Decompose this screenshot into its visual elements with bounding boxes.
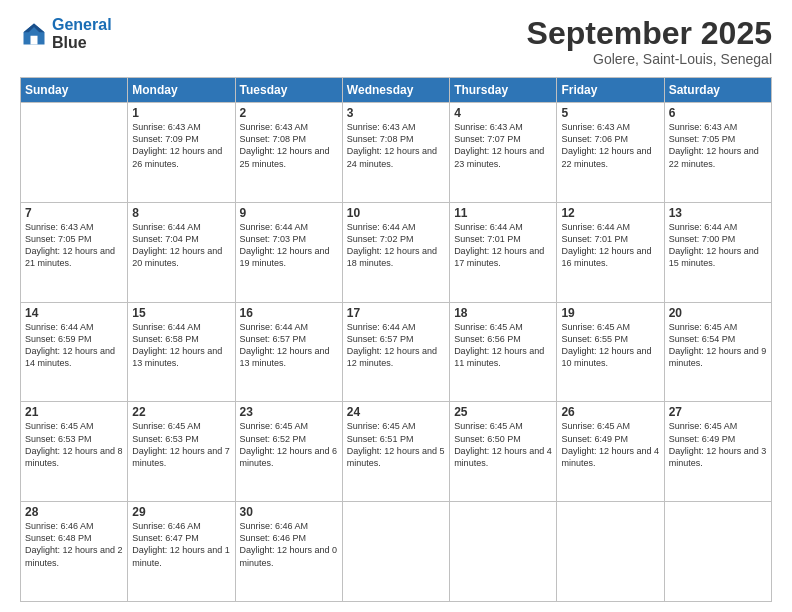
- day-number: 25: [454, 405, 552, 419]
- day-number: 29: [132, 505, 230, 519]
- day-detail: Sunrise: 6:44 AM Sunset: 6:57 PM Dayligh…: [240, 321, 338, 370]
- table-row: [450, 502, 557, 602]
- logo-line2: Blue: [52, 34, 112, 52]
- header: General Blue September 2025 Golere, Sain…: [20, 16, 772, 67]
- day-detail: Sunrise: 6:43 AM Sunset: 7:05 PM Dayligh…: [669, 121, 767, 170]
- day-detail: Sunrise: 6:45 AM Sunset: 6:52 PM Dayligh…: [240, 420, 338, 469]
- day-detail: Sunrise: 6:45 AM Sunset: 6:51 PM Dayligh…: [347, 420, 445, 469]
- day-number: 14: [25, 306, 123, 320]
- day-detail: Sunrise: 6:45 AM Sunset: 6:53 PM Dayligh…: [25, 420, 123, 469]
- day-number: 10: [347, 206, 445, 220]
- day-number: 17: [347, 306, 445, 320]
- day-number: 18: [454, 306, 552, 320]
- table-row: 2Sunrise: 6:43 AM Sunset: 7:08 PM Daylig…: [235, 103, 342, 203]
- table-row: 10Sunrise: 6:44 AM Sunset: 7:02 PM Dayli…: [342, 202, 449, 302]
- day-number: 19: [561, 306, 659, 320]
- table-row: 7Sunrise: 6:43 AM Sunset: 7:05 PM Daylig…: [21, 202, 128, 302]
- table-row: 19Sunrise: 6:45 AM Sunset: 6:55 PM Dayli…: [557, 302, 664, 402]
- day-detail: Sunrise: 6:45 AM Sunset: 6:54 PM Dayligh…: [669, 321, 767, 370]
- day-number: 13: [669, 206, 767, 220]
- table-row: 21Sunrise: 6:45 AM Sunset: 6:53 PM Dayli…: [21, 402, 128, 502]
- col-sunday: Sunday: [21, 78, 128, 103]
- table-row: 11Sunrise: 6:44 AM Sunset: 7:01 PM Dayli…: [450, 202, 557, 302]
- day-detail: Sunrise: 6:44 AM Sunset: 7:03 PM Dayligh…: [240, 221, 338, 270]
- day-detail: Sunrise: 6:44 AM Sunset: 7:01 PM Dayligh…: [454, 221, 552, 270]
- day-number: 11: [454, 206, 552, 220]
- day-number: 1: [132, 106, 230, 120]
- col-monday: Monday: [128, 78, 235, 103]
- col-friday: Friday: [557, 78, 664, 103]
- day-detail: Sunrise: 6:43 AM Sunset: 7:09 PM Dayligh…: [132, 121, 230, 170]
- table-row: 25Sunrise: 6:45 AM Sunset: 6:50 PM Dayli…: [450, 402, 557, 502]
- day-detail: Sunrise: 6:46 AM Sunset: 6:48 PM Dayligh…: [25, 520, 123, 569]
- day-number: 21: [25, 405, 123, 419]
- month-title: September 2025: [527, 16, 772, 51]
- col-wednesday: Wednesday: [342, 78, 449, 103]
- day-number: 20: [669, 306, 767, 320]
- day-number: 2: [240, 106, 338, 120]
- day-number: 3: [347, 106, 445, 120]
- calendar-table: Sunday Monday Tuesday Wednesday Thursday…: [20, 77, 772, 602]
- page: General Blue September 2025 Golere, Sain…: [0, 0, 792, 612]
- logo: General Blue: [20, 16, 112, 51]
- table-row: 27Sunrise: 6:45 AM Sunset: 6:49 PM Dayli…: [664, 402, 771, 502]
- table-row: 8Sunrise: 6:44 AM Sunset: 7:04 PM Daylig…: [128, 202, 235, 302]
- table-row: 5Sunrise: 6:43 AM Sunset: 7:06 PM Daylig…: [557, 103, 664, 203]
- title-block: September 2025 Golere, Saint-Louis, Sene…: [527, 16, 772, 67]
- day-number: 24: [347, 405, 445, 419]
- day-detail: Sunrise: 6:43 AM Sunset: 7:07 PM Dayligh…: [454, 121, 552, 170]
- logo-text: General Blue: [52, 16, 112, 51]
- table-row: 14Sunrise: 6:44 AM Sunset: 6:59 PM Dayli…: [21, 302, 128, 402]
- table-row: 26Sunrise: 6:45 AM Sunset: 6:49 PM Dayli…: [557, 402, 664, 502]
- day-detail: Sunrise: 6:44 AM Sunset: 6:59 PM Dayligh…: [25, 321, 123, 370]
- day-number: 27: [669, 405, 767, 419]
- day-number: 30: [240, 505, 338, 519]
- table-row: 23Sunrise: 6:45 AM Sunset: 6:52 PM Dayli…: [235, 402, 342, 502]
- day-number: 15: [132, 306, 230, 320]
- svg-rect-2: [31, 35, 38, 44]
- table-row: 3Sunrise: 6:43 AM Sunset: 7:08 PM Daylig…: [342, 103, 449, 203]
- subtitle: Golere, Saint-Louis, Senegal: [527, 51, 772, 67]
- day-number: 6: [669, 106, 767, 120]
- day-number: 5: [561, 106, 659, 120]
- table-row: 22Sunrise: 6:45 AM Sunset: 6:53 PM Dayli…: [128, 402, 235, 502]
- table-row: 15Sunrise: 6:44 AM Sunset: 6:58 PM Dayli…: [128, 302, 235, 402]
- logo-line1: General: [52, 16, 112, 33]
- day-detail: Sunrise: 6:43 AM Sunset: 7:06 PM Dayligh…: [561, 121, 659, 170]
- table-row: 16Sunrise: 6:44 AM Sunset: 6:57 PM Dayli…: [235, 302, 342, 402]
- day-detail: Sunrise: 6:45 AM Sunset: 6:49 PM Dayligh…: [561, 420, 659, 469]
- table-row: 1Sunrise: 6:43 AM Sunset: 7:09 PM Daylig…: [128, 103, 235, 203]
- table-row: [342, 502, 449, 602]
- day-detail: Sunrise: 6:45 AM Sunset: 6:50 PM Dayligh…: [454, 420, 552, 469]
- table-row: 6Sunrise: 6:43 AM Sunset: 7:05 PM Daylig…: [664, 103, 771, 203]
- day-number: 16: [240, 306, 338, 320]
- day-detail: Sunrise: 6:44 AM Sunset: 7:02 PM Dayligh…: [347, 221, 445, 270]
- day-detail: Sunrise: 6:45 AM Sunset: 6:53 PM Dayligh…: [132, 420, 230, 469]
- table-row: 12Sunrise: 6:44 AM Sunset: 7:01 PM Dayli…: [557, 202, 664, 302]
- table-row: 17Sunrise: 6:44 AM Sunset: 6:57 PM Dayli…: [342, 302, 449, 402]
- day-detail: Sunrise: 6:46 AM Sunset: 6:47 PM Dayligh…: [132, 520, 230, 569]
- day-detail: Sunrise: 6:44 AM Sunset: 6:58 PM Dayligh…: [132, 321, 230, 370]
- day-detail: Sunrise: 6:46 AM Sunset: 6:46 PM Dayligh…: [240, 520, 338, 569]
- table-row: 4Sunrise: 6:43 AM Sunset: 7:07 PM Daylig…: [450, 103, 557, 203]
- day-number: 22: [132, 405, 230, 419]
- table-row: 13Sunrise: 6:44 AM Sunset: 7:00 PM Dayli…: [664, 202, 771, 302]
- day-number: 7: [25, 206, 123, 220]
- day-detail: Sunrise: 6:43 AM Sunset: 7:05 PM Dayligh…: [25, 221, 123, 270]
- table-row: 9Sunrise: 6:44 AM Sunset: 7:03 PM Daylig…: [235, 202, 342, 302]
- day-detail: Sunrise: 6:44 AM Sunset: 7:00 PM Dayligh…: [669, 221, 767, 270]
- day-detail: Sunrise: 6:45 AM Sunset: 6:49 PM Dayligh…: [669, 420, 767, 469]
- day-number: 26: [561, 405, 659, 419]
- table-row: 20Sunrise: 6:45 AM Sunset: 6:54 PM Dayli…: [664, 302, 771, 402]
- day-number: 23: [240, 405, 338, 419]
- col-tuesday: Tuesday: [235, 78, 342, 103]
- table-row: 28Sunrise: 6:46 AM Sunset: 6:48 PM Dayli…: [21, 502, 128, 602]
- table-row: 24Sunrise: 6:45 AM Sunset: 6:51 PM Dayli…: [342, 402, 449, 502]
- day-detail: Sunrise: 6:43 AM Sunset: 7:08 PM Dayligh…: [240, 121, 338, 170]
- col-saturday: Saturday: [664, 78, 771, 103]
- day-number: 28: [25, 505, 123, 519]
- calendar-header-row: Sunday Monday Tuesday Wednesday Thursday…: [21, 78, 772, 103]
- logo-icon: [20, 20, 48, 48]
- table-row: 18Sunrise: 6:45 AM Sunset: 6:56 PM Dayli…: [450, 302, 557, 402]
- table-row: 29Sunrise: 6:46 AM Sunset: 6:47 PM Dayli…: [128, 502, 235, 602]
